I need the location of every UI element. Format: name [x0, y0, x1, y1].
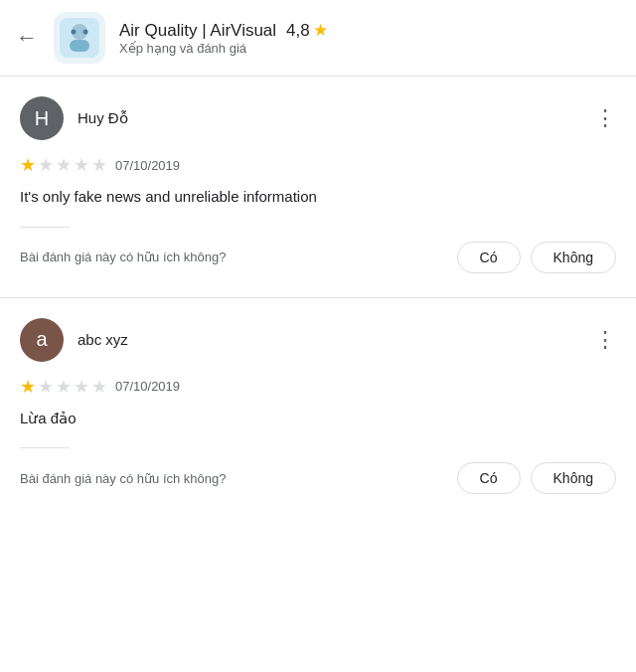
- star-5-empty: ★: [91, 376, 107, 398]
- review-item: H Huy Đỗ ⋮ ★ ★ ★ ★ ★ 07/10/2019 It's onl…: [0, 77, 636, 297]
- review-date: 07/10/2019: [115, 158, 180, 173]
- reviewer-name: Huy Đỗ: [78, 109, 128, 127]
- review-item: a abc xyz ⋮ ★ ★ ★ ★ ★ 07/10/2019 Lừa đảo…: [0, 298, 636, 519]
- divider: [20, 227, 70, 228]
- app-header: ← Air Quality | AirVisual 4,8 ★ Xếp hạng…: [0, 0, 636, 77]
- review-text: It's only fake news and unreliable infor…: [20, 186, 616, 209]
- app-rating-badge: 4,8 ★: [286, 20, 328, 41]
- reviews-container: H Huy Đỗ ⋮ ★ ★ ★ ★ ★ 07/10/2019 It's onl…: [0, 77, 636, 518]
- avatar: a: [20, 318, 64, 362]
- svg-point-3: [72, 30, 77, 35]
- review-rating-row: ★ ★ ★ ★ ★ 07/10/2019: [20, 376, 616, 398]
- avatar: H: [20, 96, 64, 140]
- helpful-no-button[interactable]: Không: [531, 242, 616, 273]
- review-rating-row: ★ ★ ★ ★ ★ 07/10/2019: [20, 154, 616, 176]
- app-subtitle: Xếp hạng và đánh giá: [119, 41, 328, 56]
- helpful-buttons: Có Không: [457, 462, 616, 494]
- review-header: H Huy Đỗ ⋮: [20, 96, 616, 140]
- helpful-buttons: Có Không: [457, 242, 616, 273]
- stars-row: ★ ★ ★ ★ ★: [20, 376, 107, 398]
- star-2-empty: ★: [38, 376, 54, 398]
- review-text: Lừa đảo: [20, 408, 616, 430]
- stars-row: ★ ★ ★ ★ ★: [20, 154, 107, 176]
- star-2-empty: ★: [38, 154, 54, 176]
- more-options-button[interactable]: ⋮: [594, 329, 616, 351]
- reviewer-name: abc xyz: [78, 331, 128, 348]
- star-4-empty: ★: [74, 376, 89, 398]
- star-1-filled: ★: [20, 376, 36, 398]
- reviewer-info: a abc xyz: [20, 318, 128, 362]
- review-date: 07/10/2019: [115, 379, 180, 394]
- app-info: Air Quality | AirVisual 4,8 ★ Xếp hạng v…: [119, 20, 328, 56]
- svg-rect-2: [70, 40, 89, 52]
- star-5-empty: ★: [91, 154, 107, 176]
- helpful-yes-button[interactable]: Có: [457, 462, 521, 494]
- helpful-question: Bài đánh giá này có hữu ích không?: [20, 250, 226, 264]
- star-3-empty: ★: [56, 154, 72, 176]
- more-options-button[interactable]: ⋮: [594, 107, 616, 129]
- app-icon: [54, 12, 105, 64]
- review-header: a abc xyz ⋮: [20, 318, 616, 362]
- star-1-filled: ★: [20, 154, 36, 176]
- star-4-empty: ★: [74, 154, 89, 176]
- star-3-empty: ★: [56, 376, 72, 398]
- back-button[interactable]: ←: [16, 25, 38, 51]
- helpful-question: Bài đánh giá này có hữu ích không?: [20, 471, 226, 486]
- app-title: Air Quality | AirVisual: [119, 21, 276, 41]
- divider: [20, 447, 70, 448]
- header-star-icon: ★: [313, 20, 328, 41]
- helpful-yes-button[interactable]: Có: [457, 242, 521, 273]
- helpful-row: Bài đánh giá này có hữu ích không? Có Kh…: [20, 242, 616, 297]
- app-rating-value: 4,8: [286, 21, 310, 41]
- helpful-no-button[interactable]: Không: [531, 462, 616, 494]
- helpful-row: Bài đánh giá này có hữu ích không? Có Kh…: [20, 462, 616, 518]
- svg-point-4: [83, 30, 88, 35]
- reviewer-info: H Huy Đỗ: [20, 96, 128, 140]
